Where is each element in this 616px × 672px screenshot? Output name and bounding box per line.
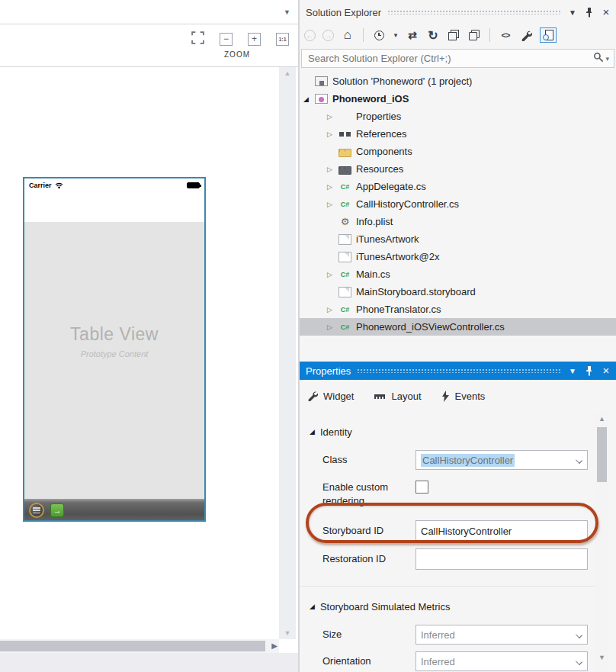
canvas-vertical-scrollbar[interactable]: ▲ ▼ [279,67,296,639]
battery-icon [187,182,200,188]
storyboard-canvas[interactable]: Carrier Table View Prototype Content → [0,67,279,639]
table-view-controller-icon[interactable] [29,503,44,518]
tree-expanded-arrow-icon[interactable]: ◢ [303,95,315,103]
properties-pages-icon[interactable] [469,30,480,40]
scroll-down-icon[interactable]: ▼ [598,654,605,661]
csharp-icon [338,198,351,211]
solution-tree: Solution 'Phoneword' (1 project) ◢ Phone… [300,72,616,336]
identity-section-header[interactable]: ◢ Identity [300,423,595,441]
restoration-id-input[interactable] [415,548,588,570]
tree-collapsed-arrow-icon[interactable]: ▷ [327,323,338,331]
search-options-dropdown-icon[interactable]: ▾ [605,55,609,63]
restoration-id-label: Restoration ID [322,552,415,566]
scroll-right-icon[interactable]: ▶ [271,641,278,650]
close-icon[interactable]: × [601,8,611,16]
zoom-in-button[interactable]: + [248,33,261,46]
tree-collapsed-arrow-icon[interactable]: ▷ [327,183,338,191]
toolbar-separator [363,28,364,42]
tree-collapsed-arrow-icon[interactable]: ▷ [327,113,338,121]
orientation-combobox[interactable]: Inferred [415,651,588,671]
tree-item-callhistorycontroller-cs[interactable]: ▷ CallHistoryController.cs [300,195,616,213]
canvas-horizontal-scrollbar[interactable]: ▶ [0,639,279,653]
chevron-down-icon[interactable] [576,658,582,665]
tab-events[interactable]: Events [441,391,486,402]
tree-item-resources[interactable]: ▷ Resources [300,160,616,178]
tree-item-mainstoryboard-storyboard[interactable]: MainStoryboard.storyboard [300,283,616,301]
collapse-all-icon[interactable] [448,30,459,40]
references-icon [338,128,351,140]
tree-item-label: Phoneword_iOS [332,93,409,104]
chevron-down-icon[interactable] [576,632,582,638]
tree-item-info-plist[interactable]: Info.plist [300,213,616,230]
properties-content: ◢ Identity Class CallHistoryController E… [300,412,608,672]
table-view-surface[interactable]: Table View Prototype Content [24,222,204,499]
properties-title: Properties [306,365,351,377]
scroll-up-icon[interactable]: ▲ [284,69,291,77]
tree-item-components[interactable]: Components [300,143,616,160]
window-position-dropdown-icon[interactable]: ▼ [567,8,578,17]
tab-layout[interactable]: Layout [374,391,421,402]
properties-titlebar[interactable]: Properties ▼ × [300,362,616,380]
designer-pane-dropdown-icon[interactable]: ▼ [284,8,290,16]
close-icon[interactable]: × [601,367,611,375]
phone-nav-area [24,192,204,222]
tree-item-properties[interactable]: ▷ Properties [300,108,616,125]
tree-item-itunesartwork[interactable]: iTunesArtwork [300,230,616,248]
scroll-down-icon[interactable]: ▼ [284,629,291,637]
sync-with-active-document-icon[interactable]: ⇄ [406,28,419,42]
right-tool-panes: Solution Explorer ▼ × ← → ⌂ ▾ ⇄ ↻ <> ▾ [300,0,616,672]
view-controller-bottom-bar: → [24,499,204,520]
tree-collapsed-arrow-icon[interactable]: ▷ [327,306,338,313]
refresh-icon[interactable]: ↻ [426,28,440,42]
class-combobox[interactable]: CallHistoryController [415,450,588,470]
tree-item-phoneword-ios[interactable]: ◢ Phoneword_iOS [300,90,616,108]
tree-item-phoneword-iosviewcontroller-cs[interactable]: ▷ Phoneword_iOSViewController.cs [300,318,616,336]
fit-to-window-icon[interactable] [191,31,204,47]
designer-header-bar: ▼ [0,0,298,24]
preview-selected-items-icon[interactable] [540,27,557,43]
properties-wrench-icon[interactable] [519,28,533,42]
tree-item-references[interactable]: ▷ References [300,125,616,143]
view-controller-mockup[interactable]: Carrier Table View Prototype Content → [23,177,206,522]
pin-icon[interactable] [584,8,595,18]
enable-custom-rendering-checkbox[interactable] [415,481,428,494]
window-position-dropdown-icon[interactable]: ▼ [567,367,578,375]
vertical-scroll-thumb[interactable] [597,427,607,482]
search-input[interactable] [302,53,593,64]
tree-collapsed-arrow-icon[interactable]: ▷ [327,166,338,173]
pin-icon[interactable] [584,366,595,376]
properties-vertical-scrollbar[interactable]: ▲ ▼ [595,412,608,672]
zoom-out-button[interactable]: − [220,33,233,46]
pending-changes-filter-icon[interactable] [374,31,384,40]
size-combobox[interactable]: Inferred [415,625,588,645]
horizontal-scroll-thumb[interactable] [0,641,265,651]
section-expanded-icon: ◢ [310,428,315,436]
filter-dropdown-icon[interactable]: ▾ [393,28,399,42]
forward-icon[interactable]: → [322,30,334,41]
tree-item-solution-phoneword-1-project[interactable]: Solution 'Phoneword' (1 project) [300,72,616,90]
tree-item-label: Phoneword_iOSViewController.cs [356,321,505,333]
view-code-icon[interactable]: <> [499,28,512,42]
tree-item-phonetranslator-cs[interactable]: ▷ PhoneTranslator.cs [300,301,616,318]
back-icon[interactable]: ← [304,30,316,41]
solution-explorer-titlebar[interactable]: Solution Explorer ▼ × [306,4,611,21]
tree-collapsed-arrow-icon[interactable]: ▷ [327,201,338,208]
metrics-section-header[interactable]: ◢ Storyboard Simulated Metrics [300,597,595,616]
tree-item-itunesartwork-2x[interactable]: iTunesArtwork@2x [300,248,616,265]
tree-item-appdelegate-cs[interactable]: ▷ AppDelegate.cs [300,178,616,195]
chevron-down-icon[interactable] [576,457,582,464]
tab-widget[interactable]: Widget [307,391,354,402]
storyboard-id-label: Storyboard ID [322,524,415,538]
tree-collapsed-arrow-icon[interactable]: ▷ [327,271,338,278]
tree-item-label: Resources [356,163,403,175]
scroll-up-icon[interactable]: ▲ [598,415,605,423]
storyboard-id-input[interactable]: CallHistoryController [415,520,588,542]
home-icon[interactable]: ⌂ [341,28,355,42]
tree-collapsed-arrow-icon[interactable]: ▷ [327,130,338,138]
carrier-label: Carrier [29,182,52,189]
zoom-one-to-one-button[interactable]: 1:1 [276,33,289,46]
search-icon[interactable] [593,52,604,66]
tree-item-main-cs[interactable]: ▷ Main.cs [300,265,616,283]
exit-segue-icon[interactable]: → [50,503,64,517]
titlebar-grip [387,10,561,14]
